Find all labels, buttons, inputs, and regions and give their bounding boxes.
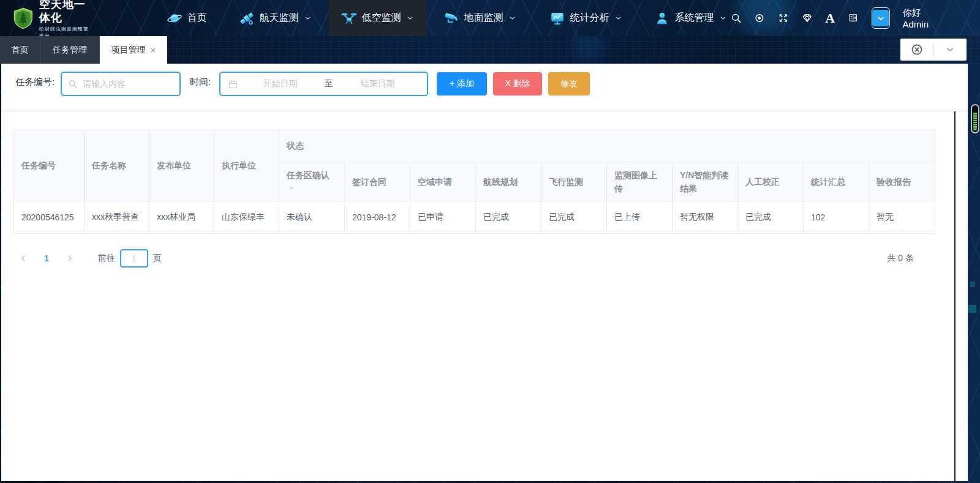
tab-label: 任务管理 <box>53 45 87 56</box>
locate-icon[interactable] <box>754 12 765 24</box>
goto-label: 前往 <box>98 253 115 264</box>
planet-icon <box>167 10 183 26</box>
start-date-input[interactable]: 开始日期 <box>238 78 322 89</box>
prev-page-icon[interactable] <box>18 253 28 263</box>
caret-down-icon[interactable] <box>288 185 295 191</box>
project-table: 任务编号 任务名称 发布单位 执行单位 状态 任务区确认 签订合同 空域申请 航… <box>13 130 935 234</box>
nav-label: 统计分析 <box>570 12 609 24</box>
cell-route-plan: 已完成 <box>476 201 541 234</box>
pagination: 1 前往 页 共 0 条 <box>1 249 968 268</box>
search-icon[interactable] <box>731 12 742 24</box>
chevron-down-icon <box>304 14 312 22</box>
col-header-airspace: 空域申请 <box>410 162 476 201</box>
gem-icon[interactable] <box>802 12 813 24</box>
goto-page-group: 前往 页 <box>98 249 162 268</box>
tab-list-dropdown-button[interactable] <box>934 45 967 54</box>
tab-label: 首页 <box>12 45 29 56</box>
col-header-manual-fix: 人工校正 <box>738 162 804 201</box>
square-decoration <box>968 305 976 313</box>
nav-item-space-monitor[interactable]: 航天监测 <box>235 0 315 36</box>
monitor-chart-icon <box>549 10 565 26</box>
cell-flight: 已完成 <box>541 201 607 234</box>
chevron-down-icon <box>406 14 414 22</box>
project-table-wrapper: 任务编号 任务名称 发布单位 执行单位 状态 任务区确认 签订合同 空域申请 航… <box>13 130 935 234</box>
cell-manual-fix: 已完成 <box>738 201 804 234</box>
goto-page-input[interactable] <box>120 249 148 268</box>
tab-bar: 首页 任务管理 项目管理 × <box>0 36 980 64</box>
col-header-publisher: 发布单位 <box>149 130 214 201</box>
satellite-icon <box>239 10 255 26</box>
date-range-separator: 至 <box>322 78 336 89</box>
col-header-yn-result: Y/N智能判读结果 <box>673 162 738 201</box>
edit-button[interactable]: 修改 <box>548 72 590 95</box>
content-panel: 任务编号: 时间: 开始日期 至 结束日期 + 添加 X 删除 修改 <box>1 64 968 481</box>
battery-decoration <box>971 104 979 133</box>
cell-contract: 2019-08-12 <box>345 201 410 234</box>
delete-button[interactable]: X 删除 <box>493 72 542 95</box>
nav-label: 航天监测 <box>260 12 299 24</box>
square-decoration <box>970 282 975 287</box>
filter-toolbar: 任务编号: 时间: 开始日期 至 结束日期 + 添加 X 删除 修改 <box>1 64 968 111</box>
close-all-tabs-button[interactable] <box>900 43 933 56</box>
task-no-search-box <box>61 72 181 96</box>
nav-label: 地面监测 <box>464 12 503 24</box>
end-date-input[interactable]: 结束日期 <box>336 78 420 89</box>
fullscreen-icon[interactable] <box>778 12 789 24</box>
page-number-1[interactable]: 1 <box>44 253 49 263</box>
nav-item-lowalt-monitor[interactable]: 低空监测 <box>329 0 426 36</box>
col-header-flight: 飞行监测 <box>541 162 607 201</box>
cctv-camera-icon <box>443 10 459 26</box>
date-range-picker[interactable]: 开始日期 至 结束日期 <box>219 72 428 96</box>
translate-icon[interactable] <box>848 12 859 24</box>
user-icon <box>654 10 670 26</box>
nav-label: 首页 <box>187 12 207 24</box>
table-header-group-row: 任务编号 任务名称 发布单位 执行单位 状态 <box>14 130 935 162</box>
main-nav: 首页 航天监测 <box>89 0 731 36</box>
col-header-executor: 执行单位 <box>214 130 279 201</box>
tab-home[interactable]: 首页 <box>0 36 40 64</box>
nav-label: 低空监测 <box>362 12 401 24</box>
chevron-down-icon <box>508 14 516 22</box>
drone-icon <box>341 10 357 26</box>
navbar-actions: A 你好 Admin <box>731 7 980 29</box>
task-no-input[interactable] <box>83 79 168 89</box>
nav-item-system-admin[interactable]: 系统管理 <box>650 0 731 36</box>
col-header-stat-summary: 统计汇总 <box>804 162 869 201</box>
col-header-label: 任务区确认 <box>287 170 330 180</box>
close-icon[interactable]: × <box>151 46 156 54</box>
cell-airspace: 已申请 <box>410 201 476 234</box>
avatar-dropdown[interactable] <box>872 7 890 29</box>
nav-item-ground-monitor[interactable]: 地面监测 <box>440 0 520 36</box>
tab-project-management[interactable]: 项目管理 × <box>100 36 167 64</box>
chevron-down-icon <box>876 13 886 23</box>
tab-label: 项目管理 <box>111 45 146 56</box>
font-size-icon[interactable]: A <box>825 12 835 24</box>
nav-item-statistics[interactable]: 统计分析 <box>546 0 626 36</box>
calendar-icon <box>228 79 238 89</box>
cell-publisher: xxx林业局 <box>149 201 214 234</box>
nav-label: 系统管理 <box>675 12 714 24</box>
scrollbar[interactable] <box>954 111 956 481</box>
next-page-icon[interactable] <box>65 253 75 263</box>
tab-task-management[interactable]: 任务管理 <box>40 36 100 64</box>
user-greeting: 你好 Admin <box>903 7 942 29</box>
table-row[interactable]: 20200546125 xxx秋季普查 xxx林业局 山东保绿丰 未确认 201… <box>14 201 935 234</box>
cell-yn-result: 暂无权限 <box>673 201 738 234</box>
nav-item-home[interactable]: 首页 <box>163 0 211 36</box>
col-header-contract: 签订合同 <box>345 162 410 201</box>
chevron-down-icon <box>719 14 727 22</box>
search-icon <box>68 79 78 89</box>
cell-image-upload: 已上传 <box>607 201 673 234</box>
total-count-label: 共 0 条 <box>887 253 914 264</box>
add-button[interactable]: + 添加 <box>437 72 487 95</box>
avatar <box>872 10 889 26</box>
app-root: { "app": { "title": "空天地一体化", "subtitle"… <box>0 0 980 483</box>
col-header-route-plan: 航线规划 <box>476 162 541 201</box>
time-label: 时间: <box>190 77 211 88</box>
tab-actions-box <box>900 39 967 61</box>
col-header-task-no: 任务编号 <box>14 130 85 201</box>
page-suffix-label: 页 <box>153 253 162 264</box>
cell-accept-report: 暂无 <box>869 201 935 234</box>
top-navbar: 空天地一体化 松材线虫病监测预警平台 首页 航天监测 <box>0 0 980 36</box>
app-title: 空天地一体化 <box>39 0 89 24</box>
